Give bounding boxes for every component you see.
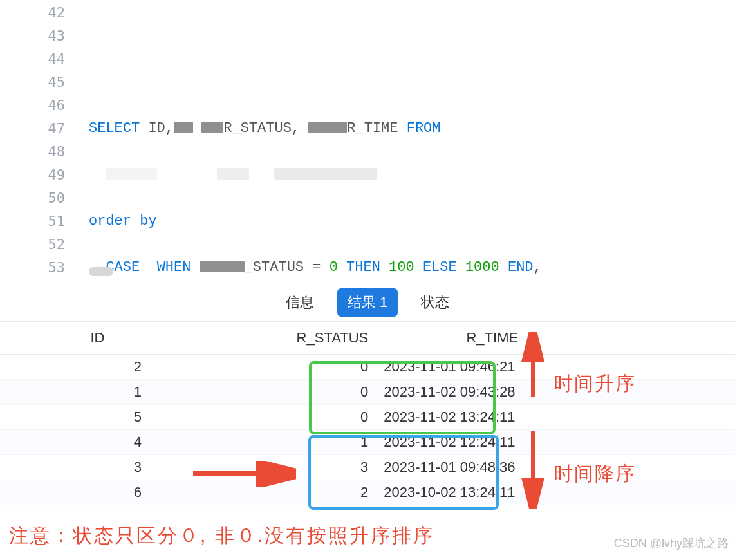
th-rowhead (0, 322, 39, 355)
line-number: 44 (0, 48, 77, 71)
results-table: ID R_STATUS R_TIME 202023-11-01 09:46:21… (0, 322, 735, 505)
line-number: 53 (0, 256, 77, 279)
scrollbar-horizontal[interactable] (89, 267, 113, 276)
code-line-47: CASE WHEN _STATUS = 0 THEN 100 ELSE 1000… (89, 256, 735, 279)
tab-info[interactable]: 信息 (279, 289, 321, 316)
results-panel: ID R_STATUS R_TIME 202023-11-01 09:46:21… (0, 322, 735, 505)
line-number: 52 (0, 233, 77, 256)
arrow-down-icon (520, 425, 546, 509)
th-time[interactable]: R_TIME (375, 322, 735, 355)
line-number: 51 (0, 210, 77, 233)
annotation-note: 注意：状态只区分０, 非０.没有按照升序排序 (9, 523, 434, 549)
table-row[interactable]: 102023-11-02 09:43:28 (0, 380, 735, 405)
th-id[interactable]: ID (39, 322, 167, 355)
line-gutter: 42 43 44 45 46 47 48 49 50 51 52 53 (0, 0, 77, 283)
table-row[interactable]: 622023-10-02 13:24:11 (0, 480, 735, 505)
line-number: 42 (0, 1, 77, 24)
table-row[interactable]: 502023-11-02 13:24:11 (0, 405, 735, 430)
table-row[interactable]: 332023-11-01 09:48:36 (0, 455, 735, 480)
line-number: 43 (0, 24, 77, 48)
arrow-up-icon (520, 332, 546, 403)
table-row[interactable]: 412023-11-02 12:24:11 (0, 430, 735, 455)
table-row[interactable]: 202023-11-01 09:46:21 (0, 355, 735, 380)
code-line-45 (89, 163, 735, 187)
arrow-right-icon (187, 461, 296, 487)
tab-status[interactable]: 状态 (414, 289, 456, 316)
tab-result-1[interactable]: 结果 1 (337, 288, 398, 317)
result-tabs: 信息 结果 1 状态 (0, 283, 735, 322)
line-number: 46 (0, 94, 77, 117)
code-line-44: SELECT ID, R_STATUS, R_TIME FROM (89, 117, 735, 140)
code-line-42 (89, 24, 735, 48)
code-content[interactable]: SELECT ID, R_STATUS, R_TIME FROM order b… (77, 0, 735, 283)
line-number: 49 (0, 163, 77, 187)
line-number: 48 (0, 140, 77, 163)
watermark: CSDN @lvhy踩坑之路 (614, 536, 729, 551)
line-number: 45 (0, 71, 77, 94)
code-line-43 (89, 71, 735, 94)
line-number: 50 (0, 187, 77, 210)
line-number: 47 (0, 117, 77, 140)
th-status[interactable]: R_STATUS (167, 322, 375, 355)
code-editor: 42 43 44 45 46 47 48 49 50 51 52 53 SELE… (0, 0, 735, 283)
code-line-46: order by (89, 210, 735, 233)
